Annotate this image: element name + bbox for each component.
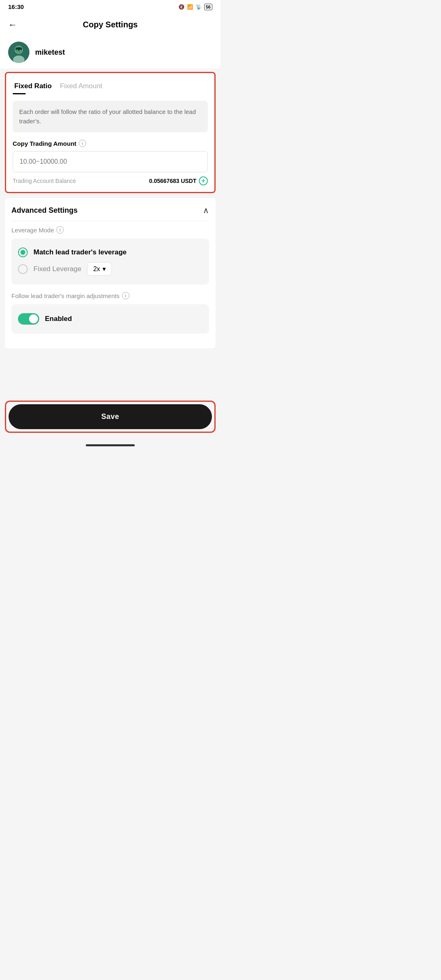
page-title: Copy Settings bbox=[83, 20, 138, 29]
leverage-value: 2x bbox=[93, 265, 100, 273]
svg-point-5 bbox=[16, 49, 18, 51]
add-balance-button[interactable]: + bbox=[199, 176, 208, 185]
margin-toggle-card: Enabled bbox=[11, 304, 209, 334]
toggle-label: Enabled bbox=[45, 315, 72, 323]
header: ← Copy Settings bbox=[0, 13, 220, 36]
mute-icon: 🔇 bbox=[178, 4, 185, 10]
toggle-knob bbox=[29, 314, 38, 323]
balance-row: Trading Account Balance 0.05667683 USDT … bbox=[13, 176, 208, 185]
margin-label: Follow lead trader's margin adjustments … bbox=[11, 292, 209, 299]
save-section: Save bbox=[0, 394, 220, 439]
match-leverage-radio[interactable] bbox=[18, 247, 28, 257]
match-leverage-option[interactable]: Match lead trader's leverage bbox=[18, 245, 203, 260]
status-bar: 16:30 🔇 📶 📡 56 bbox=[0, 0, 220, 13]
wifi-icon: 📡 bbox=[196, 4, 202, 10]
fixed-leverage-radio[interactable] bbox=[18, 264, 28, 274]
tab-fixed-amount[interactable]: Fixed Amount bbox=[58, 80, 109, 94]
advanced-settings-title: Advanced Settings bbox=[11, 206, 78, 215]
margin-info-icon[interactable]: i bbox=[122, 292, 129, 299]
time: 16:30 bbox=[8, 3, 24, 10]
advanced-settings-section: Advanced Settings ∧ Leverage Mode i Matc… bbox=[5, 198, 216, 348]
fixed-leverage-label: Fixed Leverage bbox=[33, 265, 81, 273]
signal-icon: 📶 bbox=[187, 4, 193, 10]
tabs: Fixed Ratio Fixed Amount bbox=[13, 80, 208, 94]
copy-settings-section: Fixed Ratio Fixed Amount Each order will… bbox=[5, 72, 216, 193]
tab-fixed-ratio[interactable]: Fixed Ratio bbox=[13, 80, 58, 94]
balance-label: Trading Account Balance bbox=[13, 178, 76, 184]
margin-toggle[interactable] bbox=[18, 313, 39, 325]
save-button[interactable]: Save bbox=[9, 404, 212, 429]
home-indicator bbox=[0, 439, 220, 451]
status-icons: 🔇 📶 📡 56 bbox=[178, 4, 212, 10]
amount-info-icon[interactable]: i bbox=[79, 140, 86, 147]
dropdown-arrow-icon: ▾ bbox=[102, 265, 106, 273]
leverage-mode-label: Leverage Mode i bbox=[11, 226, 209, 234]
svg-point-6 bbox=[20, 49, 21, 51]
battery: 56 bbox=[204, 4, 212, 10]
description: Each order will follow the ratio of your… bbox=[13, 101, 208, 132]
save-button-wrapper: Save bbox=[5, 401, 216, 433]
match-leverage-label: Match lead trader's leverage bbox=[33, 248, 127, 256]
leverage-options-card: Match lead trader's leverage Fixed Lever… bbox=[11, 238, 209, 285]
leverage-info-icon[interactable]: i bbox=[56, 226, 64, 234]
back-button[interactable]: ← bbox=[8, 20, 17, 30]
amount-input[interactable] bbox=[13, 151, 208, 172]
username: miketest bbox=[35, 48, 65, 57]
leverage-dropdown[interactable]: 2x ▾ bbox=[87, 262, 112, 276]
avatar bbox=[8, 42, 29, 63]
amount-label: Copy Trading Amount i bbox=[13, 140, 208, 147]
fixed-leverage-option[interactable]: Fixed Leverage 2x ▾ bbox=[18, 260, 203, 278]
balance-value: 0.05667683 USDT + bbox=[149, 176, 208, 185]
user-row: miketest bbox=[0, 36, 220, 69]
home-bar bbox=[86, 444, 135, 446]
advanced-settings-header: Advanced Settings ∧ bbox=[11, 205, 209, 215]
margin-toggle-row: Enabled bbox=[18, 311, 203, 327]
chevron-up-icon[interactable]: ∧ bbox=[203, 205, 209, 215]
